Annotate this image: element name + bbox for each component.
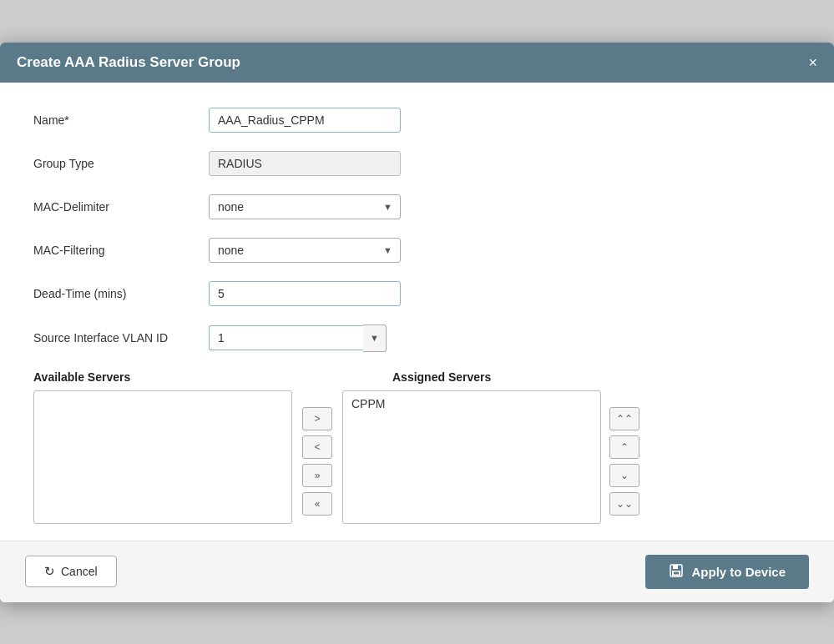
- assigned-section: CPPM ⌃⌃ ⌃ ⌄ ⌄⌄: [342, 390, 639, 524]
- servers-headers: Available Servers Assigned Servers: [33, 370, 801, 384]
- dead-time-label: Dead-Time (mins): [33, 287, 209, 300]
- transfer-buttons-group: > < » «: [302, 390, 332, 516]
- move-up-button[interactable]: ⌃: [609, 435, 639, 459]
- dialog-title: Create AAA Radius Server Group: [17, 54, 240, 71]
- dead-time-row: Dead-Time (mins): [33, 281, 801, 306]
- name-input[interactable]: [209, 108, 401, 133]
- name-label: Name*: [33, 113, 209, 127]
- mac-delimiter-row: MAC-Delimiter none colon hyphen dot ▼: [33, 194, 801, 219]
- vlan-id-wrapper: ▼: [209, 325, 387, 352]
- available-servers-label: Available Servers: [33, 370, 292, 384]
- order-buttons-group: ⌃⌃ ⌃ ⌄ ⌄⌄: [609, 390, 639, 516]
- cancel-icon: ↻: [44, 564, 55, 579]
- apply-to-device-button[interactable]: Apply to Device: [645, 555, 809, 589]
- save-icon: [669, 563, 684, 581]
- group-type-row: Group Type: [33, 151, 801, 176]
- dialog-body: Name* Group Type MAC-Delimiter none colo…: [0, 83, 834, 541]
- move-down-button[interactable]: ⌄: [609, 464, 639, 487]
- mac-delimiter-select[interactable]: none colon hyphen dot: [209, 194, 401, 219]
- create-aaa-dialog: Create AAA Radius Server Group × Name* G…: [0, 43, 834, 602]
- mac-filtering-select[interactable]: none enabled disabled: [209, 238, 401, 263]
- assigned-servers-label: Assigned Servers: [392, 370, 491, 384]
- mac-filtering-select-wrapper: none enabled disabled ▼: [209, 238, 401, 263]
- mac-delimiter-label: MAC-Delimiter: [33, 200, 209, 214]
- vlan-id-input[interactable]: [209, 325, 363, 350]
- dead-time-input[interactable]: [209, 281, 401, 306]
- group-type-label: Group Type: [33, 157, 209, 170]
- move-all-left-button[interactable]: «: [302, 492, 332, 516]
- apply-label: Apply to Device: [691, 565, 786, 579]
- vlan-dropdown-button[interactable]: ▼: [363, 325, 387, 352]
- assigned-servers-list[interactable]: CPPM: [342, 390, 601, 524]
- source-interface-label: Source Interface VLAN ID: [33, 331, 209, 345]
- cancel-button[interactable]: ↻ Cancel: [25, 556, 117, 587]
- servers-row: > < » « CPPM ⌃⌃ ⌃ ⌄ ⌄⌄: [33, 390, 801, 524]
- move-all-right-button[interactable]: »: [302, 464, 332, 487]
- move-bottom-button[interactable]: ⌄⌄: [609, 492, 639, 516]
- mac-filtering-label: MAC-Filtering: [33, 244, 209, 257]
- dialog-footer: ↻ Cancel Apply to Device: [0, 541, 834, 602]
- source-interface-row: Source Interface VLAN ID ▼: [33, 325, 801, 352]
- mac-filtering-row: MAC-Filtering none enabled disabled ▼: [33, 238, 801, 263]
- available-servers-list[interactable]: [33, 390, 292, 524]
- dialog-header: Create AAA Radius Server Group ×: [0, 43, 834, 83]
- name-row: Name*: [33, 108, 801, 133]
- move-right-button[interactable]: >: [302, 407, 332, 430]
- group-type-input: [209, 151, 401, 176]
- mac-delimiter-select-wrapper: none colon hyphen dot ▼: [209, 194, 401, 219]
- servers-section: Available Servers Assigned Servers > < »…: [33, 370, 801, 524]
- cancel-label: Cancel: [61, 565, 98, 578]
- close-button[interactable]: ×: [808, 55, 817, 70]
- move-top-button[interactable]: ⌃⌃: [609, 407, 639, 430]
- move-left-button[interactable]: <: [302, 435, 332, 459]
- list-item[interactable]: CPPM: [346, 395, 597, 413]
- svg-rect-1: [673, 565, 678, 569]
- svg-rect-3: [674, 571, 679, 574]
